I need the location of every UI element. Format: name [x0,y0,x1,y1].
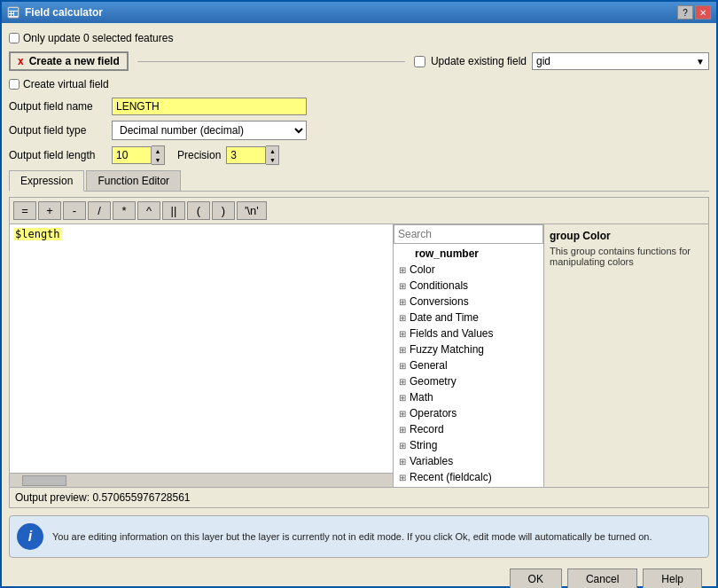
svg-rect-6 [12,14,13,16]
title-bar: Field calculator ? ✕ [2,2,716,23]
function-item-conversions[interactable]: ⊞Conversions [394,294,543,310]
function-item-fields_and_values[interactable]: ⊞Fields and Values [394,325,543,341]
function-item-string[interactable]: ⊞String [394,437,543,453]
gid-input[interactable] [536,55,696,67]
function-item-geometry[interactable]: ⊞Geometry [394,373,543,389]
help-text: This group contains functions for manipu… [550,246,703,267]
function-label-fields_and_values: Fields and Values [410,327,494,340]
svg-rect-5 [9,14,11,16]
function-item-operators[interactable]: ⊞Operators [394,405,543,421]
update-field-checkbox[interactable] [414,56,425,67]
length-increment-button[interactable]: ▲ [152,146,164,155]
field-calculator-window: Field calculator ? ✕ Only update 0 selec… [0,0,718,588]
tab-function-editor[interactable]: Function Editor [86,170,181,191]
create-field-label: Create a new field [29,55,120,67]
help-button[interactable]: Help [643,568,702,588]
info-bar: i You are editing information on this la… [9,515,709,558]
pipe-button[interactable]: || [162,201,185,220]
output-type-select[interactable]: Decimal number (decimal) [112,121,307,140]
plus-button[interactable]: + [38,201,61,220]
virtual-field-checkbox[interactable] [9,79,20,90]
output-type-row: Output field type Decimal number (decima… [9,121,709,140]
expression-area[interactable]: $length [10,224,393,473]
function-label-row_number: row_number [415,247,479,260]
function-item-general[interactable]: ⊞General [394,357,543,373]
expression-value: $length [13,228,62,240]
cancel-button[interactable]: Cancel [567,568,637,588]
only-update-checkbox[interactable] [9,33,20,43]
function-item-fuzzy_matching[interactable]: ⊞Fuzzy Matching [394,341,543,357]
gid-dropdown[interactable]: ▼ [532,52,709,70]
function-label-conditionals: Conditionals [410,279,468,292]
search-input[interactable] [394,224,543,244]
svg-rect-2 [9,12,11,13]
tab-expression[interactable]: Expression [9,170,84,192]
function-item-record[interactable]: ⊞Record [394,421,543,437]
help-title-button[interactable]: ? [677,5,693,20]
equals-button[interactable]: = [13,201,36,220]
window-title: Field calculator [25,6,103,19]
output-length-label: Output field length [9,149,106,161]
svg-rect-4 [14,12,18,16]
window-content: Only update 0 selected features x Create… [2,23,716,588]
close-paren-button[interactable]: ) [212,201,235,220]
info-text: You are editing information on this laye… [52,531,652,542]
precision-decrement-button[interactable]: ▼ [266,155,278,164]
divider-line [137,61,405,62]
bottom-buttons: OK Cancel Help [9,563,709,588]
close-title-button[interactable]: ✕ [695,5,711,20]
newline-button[interactable]: '\n' [237,201,267,220]
minus-button[interactable]: - [63,201,86,220]
length-input[interactable] [112,146,152,164]
multiply-button[interactable]: * [113,201,136,220]
x-icon: x [18,55,24,67]
title-bar-left: Field calculator [7,6,103,19]
expand-icon-conditionals: ⊞ [399,281,406,291]
expand-icon-color: ⊞ [399,265,406,275]
function-label-fuzzy_matching: Fuzzy Matching [410,343,484,356]
function-item-variables[interactable]: ⊞Variables [394,453,543,469]
horizontal-scrollbar[interactable] [10,473,393,487]
function-label-math: Math [410,391,433,404]
function-label-conversions: Conversions [410,295,469,308]
function-item-math[interactable]: ⊞Math [394,389,543,405]
gid-arrow: ▼ [696,57,705,67]
help-title: group Color [550,230,703,242]
length-spinbox: ▲ ▼ [112,145,165,165]
function-item-date_and_time[interactable]: ⊞Date and Time [394,310,543,325]
function-label-variables: Variables [410,455,453,467]
precision-input[interactable] [226,146,266,164]
only-update-label: Only update 0 selected features [23,32,173,44]
length-decrement-button[interactable]: ▼ [152,155,164,164]
expand-icon-math: ⊞ [399,393,406,403]
function-list: row_number⊞Color⊞Conditionals⊞Conversion… [394,244,543,487]
expand-icon-recent_fieldcalc: ⊞ [399,473,406,482]
expand-icon-record: ⊞ [399,425,406,435]
virtual-field-label: Create virtual field [23,78,109,90]
ok-button[interactable]: OK [510,568,562,588]
output-preview: Output preview: 0.570655976728561 [10,487,708,507]
precision-increment-button[interactable]: ▲ [266,146,278,155]
output-name-input[interactable] [112,98,307,115]
function-item-color[interactable]: ⊞Color [394,262,543,278]
output-name-row: Output field name [9,98,709,115]
divide-button[interactable]: / [88,201,111,220]
expression-panel: $length [10,224,394,487]
function-item-row_number[interactable]: row_number [394,246,543,262]
length-spinbox-buttons: ▲ ▼ [152,145,165,165]
output-preview-label: Output preview: [15,491,90,504]
expand-icon-fields_and_values: ⊞ [399,329,406,339]
function-label-color: Color [410,263,435,276]
update-field-area: Update existing field ▼ [414,52,709,70]
expand-icon-fuzzy_matching: ⊞ [399,345,406,355]
function-item-conditionals[interactable]: ⊞Conditionals [394,278,543,294]
open-paren-button[interactable]: ( [187,201,210,220]
power-button[interactable]: ^ [137,201,160,220]
function-item-recent_fieldcalc[interactable]: ⊞Recent (fieldcalc) [394,469,543,485]
info-icon: i [17,523,43,550]
svg-rect-3 [12,12,13,13]
length-precision-row: Output field length ▲ ▼ Precision ▲ ▼ [9,145,709,165]
output-name-label: Output field name [9,100,106,113]
precision-spinbox: ▲ ▼ [226,145,279,165]
svg-rect-1 [9,8,18,11]
